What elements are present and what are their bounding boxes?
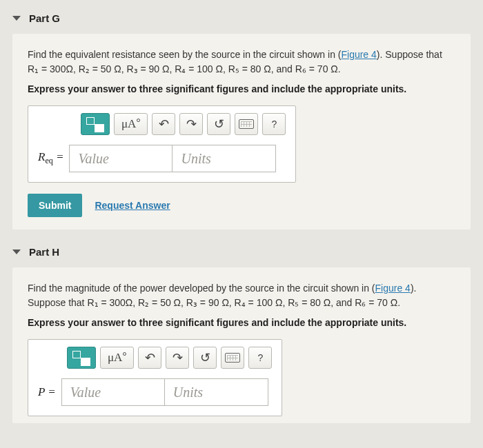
- express-instruction: Express your answer to three significant…: [28, 83, 455, 94]
- template-icon: [72, 351, 90, 365]
- answer-toolbar: μA ↶ ↷ ↺ ?: [81, 113, 286, 135]
- mu-label: μA: [121, 117, 136, 131]
- given-values: R₁ = 300Ω, R₂ = 50 Ω, R₃ = 90 Ω, R₄ = 10…: [28, 63, 341, 74]
- variable-label: P =: [38, 385, 61, 399]
- reset-button[interactable]: ↺: [207, 113, 230, 135]
- help-button[interactable]: ?: [248, 347, 272, 369]
- prompt-pre: Find the magnitude of the power develope…: [28, 283, 375, 294]
- variable-label: Req =: [38, 150, 69, 166]
- ring-icon: [123, 352, 126, 356]
- units-mu-button[interactable]: μA: [100, 347, 134, 369]
- value-input[interactable]: Value: [69, 145, 172, 172]
- answer-toolbar: μA ↶ ↷ ↺ ?: [67, 347, 272, 369]
- part-h-header: Part H: [12, 242, 471, 267]
- keyboard-button[interactable]: [235, 113, 258, 135]
- mu-label: μA: [108, 351, 122, 365]
- collapse-caret-icon[interactable]: [12, 250, 21, 254]
- express-instruction: Express your answer to three significant…: [28, 317, 455, 328]
- part-g-prompt: Find the equivalent resistance seen by t…: [28, 48, 455, 77]
- submit-button[interactable]: Submit: [28, 194, 82, 217]
- redo-button[interactable]: ↷: [179, 113, 203, 135]
- help-button[interactable]: ?: [262, 113, 286, 135]
- redo-button[interactable]: ↷: [166, 347, 189, 369]
- ring-icon: [137, 119, 140, 122]
- answer-box: μA ↶ ↷ ↺ ? P = Value Units: [28, 339, 282, 416]
- actions-row: Submit Request Answer: [28, 194, 455, 217]
- given-values: R₁ = 300Ω, R₂ = 50 Ω, R₃ = 90 Ω, R₄ = 10…: [87, 297, 400, 308]
- part-g-header: Part G: [12, 8, 471, 34]
- prompt-post: ). Suppose that: [377, 49, 442, 60]
- answer-box: μA ↶ ↷ ↺ ? Req = Value Units: [28, 105, 296, 183]
- undo-button[interactable]: ↶: [138, 347, 161, 369]
- collapse-caret-icon[interactable]: [12, 16, 21, 21]
- part-h-body: Find the magnitude of the power develope…: [12, 267, 471, 423]
- units-input[interactable]: Units: [172, 145, 276, 172]
- undo-button[interactable]: ↶: [152, 113, 175, 135]
- reset-button[interactable]: ↺: [193, 347, 217, 369]
- keyboard-icon: [225, 353, 240, 363]
- request-answer-link[interactable]: Request Answer: [95, 200, 170, 211]
- input-row: P = Value Units: [38, 378, 272, 406]
- keyboard-icon: [239, 119, 254, 129]
- value-input[interactable]: Value: [61, 378, 165, 406]
- template-icon: [86, 117, 104, 131]
- keyboard-button[interactable]: [221, 347, 244, 369]
- part-g-title: Part G: [29, 12, 60, 24]
- template-button[interactable]: [67, 347, 96, 369]
- part-h-prompt: Find the magnitude of the power develope…: [28, 281, 455, 310]
- figure-link[interactable]: Figure 4: [375, 283, 411, 294]
- part-h-title: Part H: [29, 246, 59, 258]
- input-row: Req = Value Units: [38, 145, 286, 172]
- figure-link[interactable]: Figure 4: [341, 49, 376, 60]
- template-button[interactable]: [81, 113, 110, 135]
- prompt-pre: Find the equivalent resistance seen by t…: [28, 49, 341, 60]
- part-g-body: Find the equivalent resistance seen by t…: [12, 34, 471, 230]
- units-input[interactable]: Units: [165, 378, 268, 406]
- units-mu-button[interactable]: μA: [114, 113, 148, 135]
